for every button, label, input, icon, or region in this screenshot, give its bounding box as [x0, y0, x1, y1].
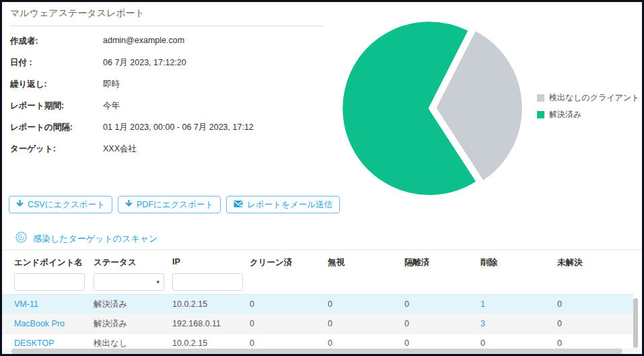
chart-legend: 検出なしのクライアント解決済み: [537, 92, 640, 126]
meta-label: 繰り返し:: [10, 79, 103, 90]
download-icon: [125, 200, 133, 210]
meta-row-interval: レポートの間隔: 01 1月 2023, 00:00 - 06 7月 2023,…: [10, 122, 326, 133]
quarantined-count: 0: [404, 299, 480, 309]
export-csv-button[interactable]: CSVにエクスポート: [9, 196, 112, 213]
meta-label: レポートの間隔:: [10, 122, 103, 133]
status-cell: 解決済み: [94, 299, 172, 310]
column-header-quarantined: 隔離済: [404, 257, 480, 269]
export-actions: CSVにエクスポート PDFにエクスポート レポートをメール送信: [9, 196, 340, 213]
cleaned-count: 0: [250, 339, 328, 348]
column-header-ip: IP: [172, 257, 250, 269]
meta-value: XXX会社: [103, 143, 137, 155]
export-pdf-button[interactable]: PDFにエクスポート: [118, 196, 221, 213]
column-header-deleted: 削除: [480, 257, 557, 269]
unresolved-count: 0: [557, 319, 625, 328]
meta-label: レポート期間:: [10, 100, 103, 112]
pie-chart: [330, 12, 538, 209]
export-csv-label: CSVにエクスポート: [28, 199, 105, 211]
report-meta: 作成者: admin@example.com 日付 : 06 7月 2023, …: [10, 36, 326, 165]
page-title: マルウェアステータスレポート: [10, 7, 324, 26]
email-icon: [234, 200, 243, 210]
horizontal-scrollbar[interactable]: [11, 349, 622, 354]
legend-item: 解決済み: [537, 109, 640, 120]
meta-value: admin@example.com: [103, 36, 184, 47]
endpoints-table: エンドポイント名 ステータス IP クリーン済 無視 隔離済 削除 未解決 ▾ …: [2, 250, 642, 353]
legend-label: 解決済み: [549, 109, 581, 120]
legend-label: 検出なしのクライアント: [549, 92, 640, 104]
endpoint-link[interactable]: VM-11: [14, 299, 94, 309]
status-cell: 検出なし: [94, 338, 172, 349]
column-header-ignored: 無視: [328, 257, 404, 269]
horizontal-scrollbar-track: [2, 349, 642, 354]
table-header-row: エンドポイント名 ステータス IP クリーン済 無視 隔離済 削除 未解決: [2, 250, 633, 269]
ignored-count: 0: [328, 339, 404, 348]
scan-infected-targets-link[interactable]: 感染したターゲットのスキャン: [33, 233, 157, 245]
meta-label: 日付 :: [10, 57, 103, 69]
legend-swatch: [537, 111, 544, 118]
pie-chart-svg: [330, 12, 538, 209]
endpoint-link[interactable]: MacBook Pro: [14, 319, 94, 328]
deleted-count: 0: [480, 339, 557, 348]
ignored-count: 0: [328, 319, 404, 328]
meta-label: ターゲット:: [10, 143, 103, 155]
meta-label: 作成者:: [10, 36, 103, 47]
download-icon: [16, 200, 24, 210]
cleaned-count: 0: [250, 299, 328, 309]
email-report-button[interactable]: レポートをメール送信: [226, 196, 340, 213]
report-header: マルウェアステータスレポート: [10, 7, 324, 26]
ip-cell: 192.168.0.11: [172, 319, 250, 328]
meta-row-target: ターゲット: XXX会社: [10, 143, 326, 155]
ip-filter-input[interactable]: [172, 273, 243, 291]
status-cell: 解決済み: [94, 318, 172, 330]
unresolved-count: 0: [557, 339, 625, 348]
legend-swatch: [537, 94, 544, 102]
legend-item: 検出なしのクライアント: [537, 92, 640, 104]
table-row[interactable]: VM-11 解決済み 10.0.2.15 0 0 0 1 0: [2, 294, 633, 314]
column-header-endpoint: エンドポイント名: [14, 257, 94, 269]
chevron-down-icon: ▾: [156, 279, 159, 285]
endpoint-filter-input[interactable]: [14, 273, 85, 291]
column-header-cleaned: クリーン済: [250, 257, 328, 269]
deleted-count[interactable]: 1: [480, 299, 557, 309]
meta-value: 即時: [103, 79, 120, 90]
unresolved-count: 0: [557, 299, 625, 309]
meta-value: 06 7月 2023, 17:12:20: [103, 57, 186, 69]
deleted-count[interactable]: 3: [480, 319, 557, 328]
column-header-unresolved: 未解決: [557, 257, 625, 269]
email-report-label: レポートをメール送信: [247, 199, 332, 211]
table-row[interactable]: MacBook Pro 解決済み 192.168.0.11 0 0 0 3 0: [2, 314, 633, 333]
meta-value: 今年: [103, 100, 120, 112]
meta-row-date: 日付 : 06 7月 2023, 17:12:20: [10, 57, 326, 69]
vertical-scrollbar[interactable]: [633, 298, 638, 348]
status-filter-select[interactable]: ▾: [94, 273, 164, 291]
quarantined-count: 0: [404, 319, 480, 328]
quarantined-count: 0: [404, 339, 480, 348]
scan-target-icon: [15, 232, 27, 246]
cleaned-count: 0: [250, 319, 328, 328]
meta-row-recurrence: 繰り返し: 即時: [10, 79, 326, 90]
column-header-status: ステータス: [94, 257, 172, 269]
export-pdf-label: PDFにエクスポート: [137, 199, 213, 211]
meta-row-author: 作成者: admin@example.com: [10, 36, 326, 47]
table-body: VM-11 解決済み 10.0.2.15 0 0 0 1 0 MacBook P…: [2, 294, 642, 353]
scan-row: 感染したターゲットのスキャン: [15, 232, 157, 246]
endpoint-link[interactable]: DESKTOP: [14, 339, 94, 348]
ignored-count: 0: [328, 299, 404, 309]
meta-value: 01 1月 2023, 00:00 - 06 7月 2023, 17:12: [103, 122, 254, 133]
meta-row-period: レポート期間: 今年: [10, 100, 326, 112]
ip-cell: 10.0.2.15: [172, 299, 250, 309]
table-filter-row: ▾: [2, 273, 633, 291]
ip-cell: 10.0.2.15: [172, 339, 250, 348]
